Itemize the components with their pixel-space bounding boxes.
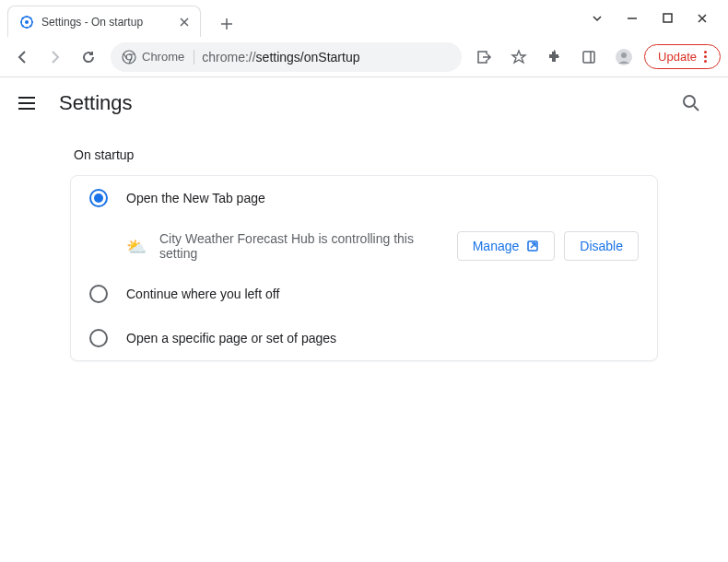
- svg-point-4: [123, 51, 135, 64]
- extensions-icon[interactable]: [539, 42, 569, 72]
- svg-point-10: [684, 96, 695, 107]
- maximize-icon[interactable]: [658, 9, 676, 28]
- hamburger-menu-icon[interactable]: [18, 92, 41, 114]
- extension-message: City Weather Forecast Hub is controlling…: [159, 231, 442, 261]
- radio-unselected[interactable]: [89, 285, 108, 303]
- disable-button[interactable]: Disable: [564, 231, 639, 261]
- settings-content: On startup Open the New Tab page ⛅ City …: [0, 129, 728, 361]
- bookmark-star-icon[interactable]: [504, 42, 534, 72]
- disable-label: Disable: [580, 239, 623, 253]
- dropdown-icon[interactable]: [588, 9, 606, 28]
- chrome-chip: Chrome: [122, 50, 194, 64]
- back-button[interactable]: [7, 42, 37, 72]
- svg-point-9: [621, 53, 627, 58]
- share-icon[interactable]: [469, 42, 499, 72]
- startup-card: Open the New Tab page ⛅ City Weather For…: [70, 175, 658, 361]
- new-tab-button[interactable]: [214, 11, 240, 37]
- browser-tab[interactable]: Settings - On startup: [7, 6, 201, 37]
- minimize-icon[interactable]: [623, 9, 641, 28]
- tab-title: Settings - On startup: [41, 16, 172, 29]
- update-label: Update: [658, 50, 697, 64]
- external-link-icon: [526, 240, 539, 252]
- svg-point-3: [25, 20, 29, 24]
- reload-button[interactable]: [74, 42, 103, 72]
- option-specific-page[interactable]: Open a specific page or set of pages: [71, 316, 657, 360]
- browser-toolbar: Chrome chrome://settings/onStartup Updat…: [0, 37, 728, 77]
- sidepanel-icon[interactable]: [574, 42, 604, 72]
- option-label: Continue where you left off: [126, 287, 279, 301]
- radio-unselected[interactable]: [89, 329, 108, 347]
- close-icon[interactable]: [693, 9, 711, 28]
- menu-dots-icon: [704, 51, 707, 63]
- profile-icon[interactable]: [609, 42, 639, 72]
- address-bar[interactable]: Chrome chrome://settings/onStartup: [111, 42, 462, 72]
- manage-button[interactable]: Manage: [457, 231, 556, 261]
- option-label: Open a specific page or set of pages: [126, 331, 336, 345]
- url-text: chrome://settings/onStartup: [202, 50, 359, 64]
- weather-icon: ⛅: [126, 237, 145, 255]
- forward-button[interactable]: [41, 42, 70, 72]
- search-icon[interactable]: [673, 85, 710, 122]
- page-title: Settings: [59, 91, 133, 115]
- tab-close-icon[interactable]: [180, 18, 189, 27]
- option-label: Open the New Tab page: [126, 191, 265, 205]
- extension-notice: ⛅ City Weather Forecast Hub is controlli…: [108, 220, 657, 272]
- section-title: On startup: [70, 147, 658, 162]
- svg-rect-1: [663, 14, 672, 22]
- settings-header: Settings: [0, 77, 728, 129]
- radio-selected[interactable]: [89, 189, 108, 207]
- svg-rect-6: [583, 52, 594, 63]
- settings-gear-icon: [19, 15, 34, 29]
- option-continue[interactable]: Continue where you left off: [71, 272, 657, 316]
- manage-label: Manage: [473, 239, 520, 253]
- svg-line-11: [694, 106, 699, 111]
- chrome-chip-label: Chrome: [142, 50, 184, 64]
- update-button[interactable]: Update: [644, 44, 721, 69]
- option-new-tab[interactable]: Open the New Tab page: [71, 176, 657, 220]
- chrome-icon: [122, 50, 136, 64]
